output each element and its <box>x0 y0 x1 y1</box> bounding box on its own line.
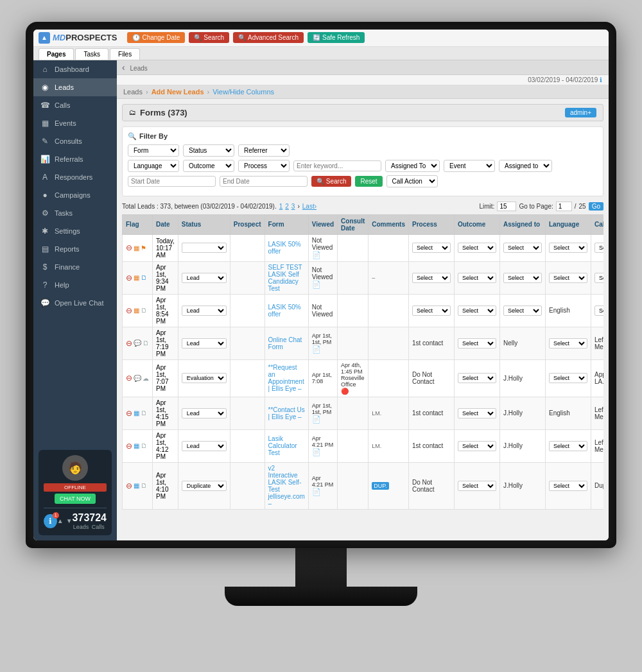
sidebar-item-responders[interactable]: A Responders <box>33 168 117 186</box>
outcome-select-row[interactable]: Select <box>458 306 496 316</box>
start-date-input[interactable] <box>128 176 216 187</box>
outcome-select-row[interactable]: Select <box>458 441 496 451</box>
call-action-select[interactable]: Call Action <box>386 175 438 187</box>
form-link[interactable]: **Request an Appointment | Ellis Eye – <box>268 364 304 392</box>
reset-filter-button[interactable]: Reset <box>355 176 382 187</box>
form-link[interactable]: SELF TEST LASIK Self Candidacy Test <box>268 264 302 292</box>
sidebar-item-leads[interactable]: ◉ Leads <box>33 78 117 96</box>
page-3-link[interactable]: 3 <box>291 203 295 210</box>
flag-doc[interactable]: ☁ <box>143 375 149 382</box>
goto-input[interactable] <box>556 202 572 211</box>
limit-input[interactable] <box>497 202 516 211</box>
flag-minus[interactable]: ⊖ <box>126 442 132 451</box>
flag-minus[interactable]: ⊖ <box>126 273 132 282</box>
call-action-select-row[interactable]: Select <box>594 273 603 283</box>
advanced-search-button[interactable]: 🔍 Advanced Search <box>233 32 304 43</box>
language-select-row[interactable]: Select <box>549 243 587 253</box>
call-action-select-row[interactable]: Select <box>594 243 603 253</box>
status-select-row[interactable]: Lead <box>182 441 227 451</box>
status-select-row[interactable]: Lead <box>182 338 227 349</box>
arrow-up[interactable]: ▲ <box>57 517 64 524</box>
sidebar-item-referrals[interactable]: 📊 Referrals <box>33 150 117 168</box>
sidebar-item-help[interactable]: ? Help <box>33 276 117 294</box>
arrow-down[interactable]: ▼ <box>66 517 73 524</box>
search-button[interactable]: 🔍 Search <box>189 32 229 43</box>
sidebar-item-campaigns[interactable]: ● Campaigns <box>33 186 117 204</box>
safe-refresh-button[interactable]: 🔄 Safe Refresh <box>308 32 365 43</box>
form-link[interactable]: **Contact Us | Ellis Eye – <box>268 406 305 420</box>
breadcrumb-add-new[interactable]: Add New Leads <box>152 88 204 96</box>
form-link[interactable]: LASIK 50% offer <box>268 304 301 318</box>
outcome-select-row[interactable]: Select <box>458 338 496 349</box>
assigned-select-row[interactable]: Select <box>503 273 542 283</box>
status-select-row[interactable]: Lead <box>182 408 227 418</box>
go-button[interactable]: Go <box>589 202 603 211</box>
sidebar-item-finance[interactable]: $ Finance <box>33 258 117 276</box>
change-date-button[interactable]: 🕐 Change Date <box>127 32 185 43</box>
flag-doc[interactable]: 🗋 <box>141 482 147 489</box>
outcome-select-row[interactable]: Select <box>458 273 496 283</box>
assigned-to-select[interactable]: Assigned To <box>385 160 440 172</box>
form-select[interactable]: Form <box>128 144 179 157</box>
flag-page[interactable]: 🗋 <box>141 274 147 281</box>
outcome-select-row[interactable]: Select <box>458 408 496 418</box>
page-1-link[interactable]: 1 <box>279 203 283 210</box>
form-link[interactable]: Online Chat Form <box>268 336 302 350</box>
assigned-select-row[interactable]: Select <box>503 243 542 253</box>
language-select[interactable]: Language <box>128 160 179 172</box>
process-select-row[interactable]: Select <box>412 306 451 316</box>
nav-back-button[interactable]: ‹ <box>122 62 125 73</box>
flag-minus[interactable]: ⊖ <box>126 481 132 490</box>
last-page-link[interactable]: Last› <box>302 203 317 210</box>
language-select-row[interactable]: Select <box>549 441 587 451</box>
form-link[interactable]: Lasik Calculator Test <box>268 435 297 456</box>
assigned-to2-select[interactable]: Assigned to <box>499 160 552 172</box>
flag-chat[interactable]: 💬 <box>134 375 141 382</box>
language-select-row[interactable]: Select <box>549 373 587 383</box>
flag-minus[interactable]: ⊖ <box>126 306 132 315</box>
language-select-row[interactable]: Select <box>549 338 587 349</box>
status-select-row[interactable]: Lead <box>182 273 227 283</box>
breadcrumb-view-hide[interactable]: View/Hide Columns <box>213 88 274 96</box>
flag-chat[interactable]: 💬 <box>134 340 141 347</box>
tab-tasks[interactable]: Tasks <box>75 48 108 60</box>
status-select-row[interactable]: Lead <box>182 306 227 316</box>
sidebar-item-dashboard[interactable]: ⌂ Dashboard <box>33 60 117 78</box>
flag-square[interactable]: ▦ <box>134 409 139 417</box>
page-2-link[interactable]: 2 <box>285 203 289 210</box>
outcome-select-row[interactable]: Select <box>458 373 496 383</box>
flag-doc[interactable]: 🗋 <box>141 442 147 449</box>
search-filter-button[interactable]: 🔍 Search <box>311 176 351 187</box>
assigned-select-row[interactable]: Select <box>503 306 542 316</box>
flag-square[interactable]: ▦ <box>134 442 139 449</box>
flag-square[interactable]: ▦ <box>134 307 139 314</box>
form-link[interactable]: LASIK 50% offer <box>268 241 301 255</box>
flag-minus[interactable]: ⊖ <box>126 374 132 383</box>
sidebar-item-consults[interactable]: ✎ Consults <box>33 132 117 150</box>
status-select-row[interactable] <box>182 243 227 253</box>
end-date-input[interactable] <box>220 176 308 187</box>
tab-pages[interactable]: Pages <box>39 48 74 60</box>
language-select-row[interactable]: Select <box>549 273 587 283</box>
status-select-filter[interactable]: Status <box>183 144 234 157</box>
process-select-row[interactable]: Select <box>412 243 451 253</box>
event-select[interactable]: Event <box>444 160 495 172</box>
sidebar-item-events[interactable]: ▦ Events <box>33 114 117 132</box>
flag-doc[interactable]: 🗋 <box>141 307 147 314</box>
sidebar-item-live-chat[interactable]: 💬 Open Live Chat <box>33 294 117 312</box>
breadcrumb-leads[interactable]: Leads <box>123 88 143 96</box>
sidebar-item-tasks[interactable]: ⚙ Tasks <box>33 204 117 222</box>
language-select-row[interactable]: Select <box>549 481 587 491</box>
flag-minus[interactable]: ⊖ <box>126 243 132 252</box>
flag-minus[interactable]: ⊖ <box>126 339 132 348</box>
status-select-row[interactable]: Evaluation <box>182 373 227 383</box>
flag-square[interactable]: ▦ <box>134 245 139 252</box>
flag-square[interactable]: ▦ <box>134 274 139 281</box>
sidebar-item-reports[interactable]: ▤ Reports <box>33 240 117 258</box>
process-select[interactable]: Process <box>238 160 290 172</box>
flag-doc[interactable]: 🗋 <box>143 340 149 347</box>
outcome-select-row[interactable]: Select <box>458 481 496 491</box>
referrer-select[interactable]: Referrer <box>238 144 290 157</box>
flag-square[interactable]: ▦ <box>134 482 139 489</box>
outcome-select-row[interactable]: Select <box>458 243 496 253</box>
